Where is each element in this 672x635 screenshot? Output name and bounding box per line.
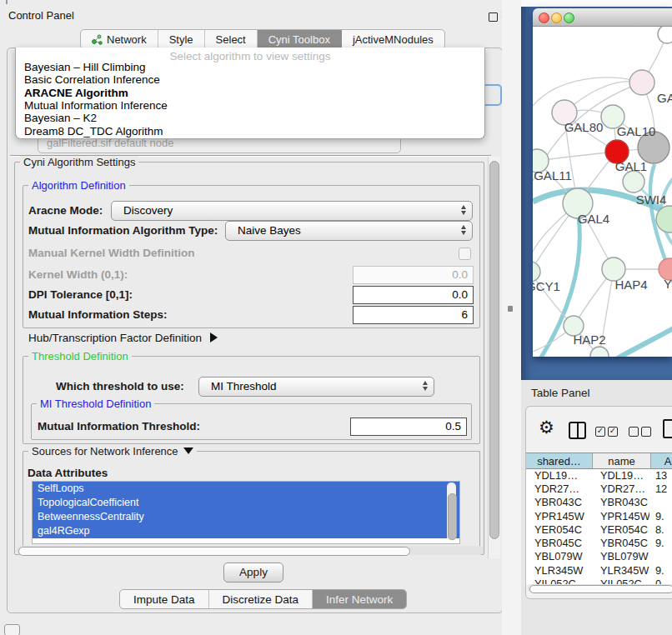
network-canvas-svg: GAL7GAL80GAL10GAL1GAL11SWI4GAL4GCY1HAP4Y… bbox=[533, 27, 672, 357]
which-threshold-label: Which threshold to use: bbox=[56, 380, 184, 392]
gear-icon[interactable]: ⚙ bbox=[539, 418, 554, 438]
table-row[interactable]: YBL079WYBL079W bbox=[526, 550, 672, 563]
group-title: Threshold Definition bbox=[28, 350, 132, 362]
table-row[interactable]: YPR145WYPR145W9. bbox=[526, 509, 672, 522]
table-scrollbar-thumb[interactable] bbox=[529, 585, 672, 593]
tab-infer-network[interactable]: Infer Network bbox=[313, 590, 406, 608]
float-window-icon[interactable] bbox=[489, 12, 498, 22]
attribute-item[interactable]: TopologicalCoefficient bbox=[33, 496, 459, 510]
algorithm-option[interactable]: Dream8 DC_TDC Algorithm bbox=[24, 125, 163, 138]
unchecked-checkbox-icon[interactable] bbox=[629, 427, 639, 437]
tab-discretize-data[interactable]: Discretize Data bbox=[209, 590, 313, 608]
kernel-width-field[interactable]: 0.0 bbox=[353, 266, 474, 284]
table-cell: YER054C bbox=[592, 523, 649, 536]
close-traffic-light-icon[interactable] bbox=[539, 12, 549, 23]
clipped-edge-mark bbox=[6, 0, 8, 4]
aracne-mode-combo[interactable]: Discovery bbox=[111, 201, 473, 221]
checked-checkbox-icon[interactable] bbox=[608, 427, 618, 437]
node-label: HAP4 bbox=[614, 278, 647, 292]
minimize-traffic-light-icon[interactable] bbox=[551, 12, 562, 23]
data-attributes-label: Data Attributes bbox=[28, 467, 108, 479]
tab-network[interactable]: Network bbox=[81, 30, 158, 48]
table-row[interactable]: YIL052CYIL052C0. bbox=[526, 577, 672, 584]
dpi-tolerance-label: DPI Tolerance [0,1]: bbox=[28, 288, 133, 301]
table-cell: 9. bbox=[649, 510, 672, 522]
tab-select[interactable]: Select bbox=[205, 30, 258, 48]
table-header-row: shared…nameA bbox=[526, 452, 672, 469]
mi-steps-label: Mutual Information Steps: bbox=[28, 308, 168, 321]
zoom-traffic-light-icon[interactable] bbox=[564, 12, 574, 23]
network-canvas[interactable]: GAL7GAL80GAL10GAL1GAL11SWI4GAL4GCY1HAP4Y… bbox=[533, 27, 672, 357]
algorithm-option[interactable]: Basic Correlation Inference bbox=[24, 73, 160, 86]
manual-kernel-checkbox[interactable] bbox=[459, 248, 471, 260]
algorithm-option[interactable]: ARACNE Algorithm bbox=[24, 87, 128, 99]
dpi-tolerance-field[interactable]: 0.0 bbox=[353, 286, 474, 304]
panel-title: Control Panel bbox=[8, 9, 74, 22]
node-swi4[interactable] bbox=[623, 171, 644, 192]
aracne-mode-label: Aracne Mode: bbox=[28, 204, 103, 217]
splitter-handle-icon[interactable] bbox=[508, 306, 513, 312]
node-label: GAL7 bbox=[657, 91, 672, 105]
table-row[interactable]: YBR043CYBR043C bbox=[526, 496, 672, 509]
horizontal-scrollbar-thumb[interactable] bbox=[18, 547, 410, 556]
table-row[interactable]: YER054CYER054C8. bbox=[526, 522, 672, 536]
list-scrollbar-thumb[interactable] bbox=[448, 493, 457, 540]
column-header[interactable]: shared… bbox=[526, 453, 593, 468]
network-icon bbox=[92, 34, 103, 45]
columns-icon[interactable] bbox=[569, 422, 586, 439]
column-header[interactable]: name bbox=[593, 453, 651, 468]
tab-impute-data[interactable]: Impute Data bbox=[120, 590, 209, 608]
node-label: GAL80 bbox=[564, 120, 604, 134]
mi-type-combo[interactable]: Naive Bayes bbox=[225, 221, 473, 241]
table-cell: YLR345W bbox=[592, 564, 649, 577]
checked-checkbox-icon[interactable] bbox=[595, 427, 605, 437]
tab-style[interactable]: Style bbox=[158, 30, 205, 48]
table-cell: YBL079W bbox=[526, 550, 592, 562]
table-row[interactable]: YLR345WYLR345W9. bbox=[526, 563, 672, 577]
mi-threshold-field[interactable]: 0.5 bbox=[350, 418, 467, 436]
manual-kernel-label: Manual Kernel Width Definition bbox=[28, 247, 194, 259]
mi-steps-field[interactable]: 6 bbox=[353, 306, 474, 324]
sources-group-title[interactable]: Sources for Network Inference bbox=[28, 445, 197, 458]
attribute-item[interactable]: SelfLoops bbox=[33, 482, 459, 496]
node-label: Y bbox=[664, 277, 672, 291]
spinner-arrows-icon bbox=[461, 225, 466, 235]
table-row[interactable]: YDL19…YDL19…13 bbox=[526, 468, 672, 482]
column-header[interactable]: A bbox=[651, 453, 672, 468]
node-table[interactable]: shared…nameA YDL19…YDL19…13YDR27…YDR27…1… bbox=[526, 452, 672, 584]
group-title: Cyni Algorithm Settings bbox=[20, 156, 138, 168]
tab-cyni-toolbox[interactable]: Cyni Toolbox bbox=[258, 30, 342, 48]
mi-type-value: Naive Bayes bbox=[238, 224, 301, 237]
algorithm-option[interactable]: Bayesian – Hill Climbing bbox=[24, 61, 146, 73]
apply-button[interactable]: Apply bbox=[223, 562, 283, 582]
data-attributes-list[interactable]: SelfLoopsTopologicalCoefficientBetweenne… bbox=[32, 481, 460, 544]
table-cell: 9. bbox=[649, 537, 672, 549]
spinner-arrows-icon bbox=[461, 205, 466, 215]
bottom-tab-bar: Impute DataDiscretize DataInfer Network bbox=[119, 589, 407, 609]
panel-divider[interactable] bbox=[502, 0, 521, 635]
settings-scrollbar-thumb[interactable] bbox=[489, 161, 499, 539]
node-gal7[interactable] bbox=[629, 70, 654, 95]
hub-definition-expander[interactable]: Hub/Transcription Factor Definition bbox=[28, 332, 218, 344]
node-top-partial[interactable] bbox=[658, 27, 672, 43]
algorithm-option[interactable]: Bayesian – K2 bbox=[24, 112, 97, 124]
document-icon[interactable] bbox=[663, 419, 672, 438]
table-row[interactable]: YBR045CYBR045C9. bbox=[526, 537, 672, 550]
which-threshold-combo[interactable]: MI Threshold bbox=[198, 377, 434, 397]
attribute-item[interactable]: BetweennessCentrality bbox=[33, 510, 459, 524]
unchecked-checkbox-icon[interactable] bbox=[641, 427, 651, 437]
attribute-item[interactable]: gal4RGexp bbox=[33, 524, 459, 538]
network-edge[interactable] bbox=[614, 327, 672, 357]
table-cell: YPR145W bbox=[526, 510, 592, 522]
tab-jactivemnodules[interactable]: jActiveMNodules bbox=[342, 30, 444, 48]
table-cell: YPR145W bbox=[592, 510, 649, 522]
table-panel-title: Table Panel bbox=[531, 387, 590, 399]
algorithm-option[interactable]: Mutual Information Inference bbox=[24, 99, 168, 112]
spinner-arrows-icon bbox=[423, 381, 428, 391]
node-label: GAL10 bbox=[617, 124, 656, 138]
table-row[interactable]: YDR27…YDR27…12 bbox=[526, 482, 672, 495]
table-cell: YLR345W bbox=[526, 564, 592, 577]
table-cell: 0. bbox=[649, 578, 672, 584]
node-bottom[interactable] bbox=[590, 347, 609, 357]
chevron-down-icon bbox=[183, 448, 193, 454]
